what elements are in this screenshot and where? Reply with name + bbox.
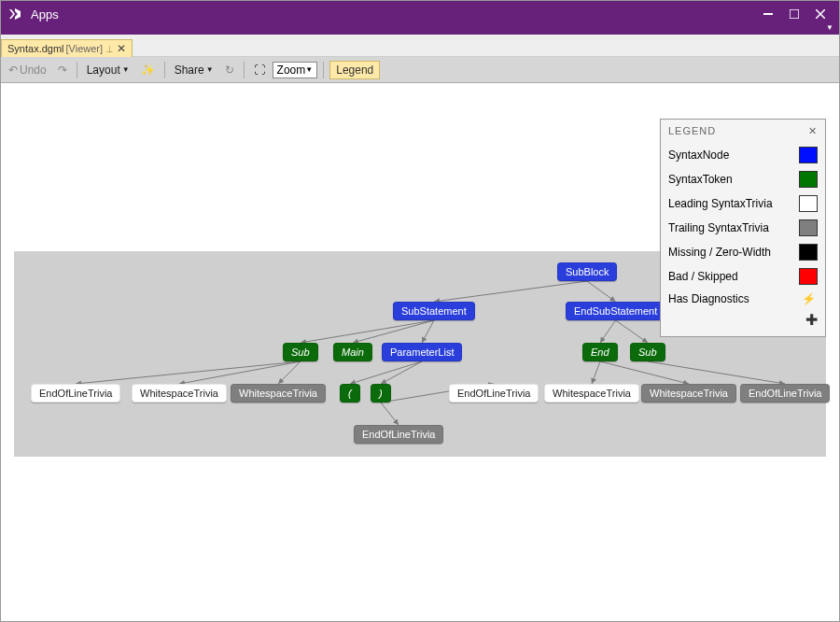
- fit-icon[interactable]: ⛶: [250, 62, 269, 78]
- graph-node-eol3[interactable]: EndOfLineTrivia: [740, 384, 830, 403]
- redo-button[interactable]: ↷: [54, 62, 71, 78]
- graph-node-lparen[interactable]: (: [340, 384, 360, 403]
- minimize-button[interactable]: [755, 4, 781, 24]
- window-title: Apps: [31, 7, 755, 21]
- legend-panel: LEGEND ✕ SyntaxNodeSyntaxTokenLeading Sy…: [660, 119, 826, 337]
- legend-row[interactable]: Bad / Skipped: [668, 264, 818, 289]
- vs-logo-icon: [7, 6, 23, 22]
- legend-swatch: [799, 171, 818, 188]
- graph-node-endsubstmt[interactable]: EndSubStatement: [566, 302, 665, 320]
- legend-swatch: [799, 268, 818, 285]
- layout-dropdown[interactable]: Layout ▼: [83, 62, 133, 78]
- legend-label: Bad / Skipped: [668, 270, 738, 283]
- document-tab[interactable]: Syntax.dgml [Viewer] ⟂ ✕: [1, 39, 133, 57]
- undo-label: Undo: [20, 64, 47, 77]
- graph-node-paramlist[interactable]: ParameterList: [382, 343, 462, 361]
- bolt-icon: ⚡: [799, 292, 818, 305]
- menu-bar: ▼: [1, 27, 839, 35]
- graph-node-ws2[interactable]: WhitespaceTrivia: [231, 384, 326, 403]
- refresh-icon[interactable]: ↻: [221, 62, 238, 78]
- legend-swatch: [799, 244, 818, 261]
- layout-label: Layout: [87, 64, 120, 77]
- wand-icon[interactable]: ✨: [137, 62, 159, 78]
- maximize-button[interactable]: [781, 4, 807, 24]
- graph-node-sub2[interactable]: Sub: [630, 343, 665, 361]
- svg-line-6: [422, 320, 434, 343]
- title-bar: Apps: [1, 1, 839, 27]
- legend-label: Leading SyntaxTrivia: [668, 197, 773, 210]
- legend-diagnostics-label: Has Diagnostics: [668, 292, 749, 305]
- svg-line-9: [76, 361, 301, 384]
- legend-row[interactable]: Trailing SyntaxTrivia: [668, 216, 818, 240]
- separator: [77, 62, 77, 78]
- graph-node-eol4[interactable]: EndOfLineTrivia: [354, 425, 443, 444]
- svg-rect-1: [790, 9, 799, 19]
- svg-line-10: [179, 361, 301, 384]
- legend-swatch: [799, 195, 818, 212]
- legend-swatch: [799, 219, 818, 236]
- svg-line-18: [648, 361, 785, 384]
- pin-icon[interactable]: ⟂: [106, 43, 113, 54]
- svg-line-7: [600, 320, 616, 343]
- legend-label: Missing / Zero-Width: [668, 246, 771, 259]
- tab-filename: Syntax.dgml: [7, 43, 64, 54]
- diagram-canvas[interactable]: SubBlockSubStatementEndSubStatementSubMa…: [1, 83, 839, 621]
- document-tab-bar: Syntax.dgml [Viewer] ⟂ ✕: [1, 35, 839, 57]
- graph-node-ws4[interactable]: WhitespaceTrivia: [641, 384, 736, 403]
- svg-line-17: [600, 361, 689, 384]
- svg-line-4: [301, 320, 434, 343]
- graph-node-sub1[interactable]: Sub: [283, 343, 318, 361]
- undo-button[interactable]: ↶ Undo: [5, 62, 50, 78]
- share-label: Share: [175, 64, 204, 77]
- legend-btn-label: Legend: [336, 64, 373, 77]
- legend-row[interactable]: Missing / Zero-Width: [668, 240, 818, 264]
- separator: [164, 62, 165, 78]
- tab-close-icon[interactable]: ✕: [117, 42, 126, 55]
- svg-line-16: [592, 361, 600, 384]
- graph-node-eol1[interactable]: EndOfLineTrivia: [31, 384, 120, 403]
- legend-row[interactable]: SyntaxToken: [668, 167, 818, 191]
- svg-rect-0: [763, 13, 773, 15]
- graph-node-rparen[interactable]: ): [371, 384, 391, 403]
- separator: [323, 62, 324, 78]
- graph-node-eol2[interactable]: EndOfLineTrivia: [449, 384, 539, 403]
- legend-title: LEGEND: [668, 125, 716, 137]
- zoom-label: Zoom: [277, 64, 306, 77]
- legend-button[interactable]: Legend: [329, 61, 380, 79]
- legend-label: Trailing SyntaxTrivia: [668, 221, 769, 234]
- legend-add-button[interactable]: ✚: [668, 309, 818, 329]
- tab-viewer-label: [Viewer]: [66, 43, 104, 54]
- legend-row[interactable]: Leading SyntaxTrivia: [668, 191, 818, 216]
- close-button[interactable]: [807, 4, 833, 24]
- zoom-dropdown[interactable]: Zoom ▼: [273, 62, 318, 78]
- graph-node-ws1[interactable]: WhitespaceTrivia: [132, 384, 227, 403]
- separator: [244, 62, 245, 78]
- graph-node-end[interactable]: End: [582, 343, 618, 361]
- legend-label: SyntaxNode: [668, 148, 729, 162]
- svg-line-8: [616, 320, 649, 343]
- legend-row[interactable]: SyntaxNode: [668, 143, 818, 167]
- graph-node-main[interactable]: Main: [333, 343, 372, 361]
- legend-label: SyntaxToken: [668, 173, 733, 186]
- svg-line-15: [381, 403, 399, 425]
- graph-node-subblock[interactable]: SubBlock: [557, 262, 617, 281]
- svg-line-2: [434, 281, 587, 302]
- menu-dropdown-icon[interactable]: ▼: [826, 23, 833, 31]
- graph-node-ws3[interactable]: WhitespaceTrivia: [544, 384, 639, 403]
- share-dropdown[interactable]: Share ▼: [171, 62, 217, 78]
- legend-close-icon[interactable]: ✕: [808, 125, 818, 137]
- svg-line-3: [587, 281, 616, 302]
- toolbar: ↶ Undo ↷ Layout ▼ ✨ Share ▼ ↻ ⛶ Zoom ▼ L…: [1, 57, 839, 83]
- legend-swatch: [799, 147, 818, 163]
- graph-node-substmt[interactable]: SubStatement: [393, 302, 475, 320]
- svg-line-12: [350, 361, 422, 384]
